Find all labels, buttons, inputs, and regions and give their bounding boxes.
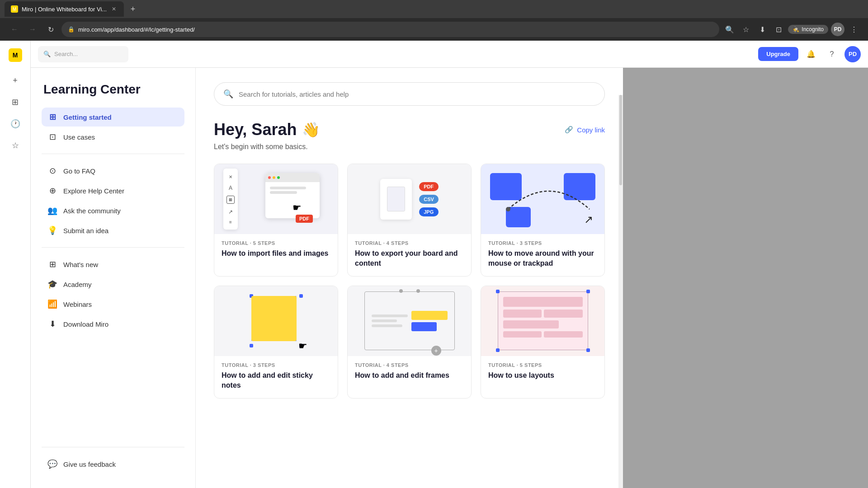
tutorial-card-import[interactable]: ✕ A ⊞ ↗ ≡ (214, 164, 338, 277)
incognito-badge: 🕵️ Incognito (788, 25, 828, 34)
address-bar[interactable]: 🔒 miro.com/app/dashboard/#/lc/getting-st… (61, 22, 719, 37)
card-frames-meta: TUTORIAL · 4 STEPS (355, 362, 464, 368)
card-sticky-body: TUTORIAL · 3 STEPS How to add and edit s… (214, 356, 338, 398)
sidebar-item-whats-new[interactable]: ⊞ What's new (42, 255, 184, 274)
academy-icon: 🎓 (47, 279, 58, 289)
forward-button[interactable]: → (25, 22, 40, 37)
starred-icon[interactable]: ☆ (6, 136, 24, 155)
jpg-badge-export: JPG (419, 207, 439, 216)
miro-logo-box: M (9, 48, 22, 62)
search-input[interactable] (239, 90, 595, 98)
card-frames-title: How to add and edit frames (355, 371, 464, 380)
learning-center-panel: ✕ Learning Center ⊞ Getting started ⊡ Us… (31, 68, 623, 488)
card-import-body: TUTORIAL · 5 STEPS How to import files a… (214, 234, 338, 266)
url-text: miro.com/app/dashboard/#/lc/getting-star… (78, 26, 195, 33)
search-bar[interactable]: 🔍 (214, 82, 605, 106)
help-center-label: Explore Help Center (63, 187, 124, 195)
whats-new-label: What's new (63, 261, 98, 268)
card-sticky-meta: TUTORIAL · 3 STEPS (222, 362, 330, 368)
tutorial-card-export[interactable]: PDF CSV JPG TUTORIAL · 4 STEPS How to ex… (347, 164, 472, 277)
window-titlebar (265, 173, 320, 182)
frame-connectors (399, 289, 420, 293)
download-miro-label: Download Miro (63, 320, 108, 328)
whats-new-icon: ⊞ (47, 259, 58, 269)
academy-label: Academy (63, 281, 92, 288)
tutorial-card-mouse[interactable]: ↗ TUTORIAL · 3 STEPS How to move around … (481, 164, 605, 277)
menu-icon[interactable]: ⋮ (847, 23, 861, 36)
faq-label: Go to FAQ (63, 167, 95, 175)
help-icon[interactable]: ? (824, 46, 840, 62)
sidebar-item-go-to-faq[interactable]: ⊙ Go to FAQ (42, 161, 184, 180)
lens-icon[interactable]: 🔍 (723, 23, 736, 36)
add-board-button[interactable]: + (6, 71, 24, 89)
browser-chrome: M Miro | Online Whiteboard for Vi... ✕ +… (0, 0, 868, 41)
cursor-arrow-icon: ↗ (584, 213, 593, 226)
layout-widget (498, 291, 588, 350)
ask-community-label: Ask the community (63, 207, 121, 215)
sidebar-item-getting-started[interactable]: ⊞ Getting started (42, 108, 184, 127)
card-export-title: How to export your board and content (355, 249, 464, 269)
notifications-icon[interactable]: 🔔 (803, 46, 819, 62)
sidebar-divider-3 (42, 447, 184, 447)
hand-cursor-sticky-icon: ☛ (298, 340, 307, 352)
profile-button[interactable]: PD (831, 23, 844, 36)
svg-point-0 (506, 207, 510, 211)
getting-started-icon: ⊞ (47, 112, 58, 122)
tutorial-card-frames[interactable]: + TUTORIAL · 4 STEPS How to add and edit… (347, 286, 472, 399)
sidebar-item-explore-help[interactable]: ⊕ Explore Help Center (42, 181, 184, 200)
sidebar-divider-2 (42, 247, 184, 248)
sidebar-item-download-miro[interactable]: ⬇ Download Miro (42, 314, 184, 333)
screen-icon[interactable]: ⊡ (772, 23, 785, 36)
pdf-badge-import: PDF (296, 215, 313, 223)
tutorial-card-layout[interactable]: TUTORIAL · 5 STEPS How to use layouts (481, 286, 605, 399)
copy-link-button[interactable]: 🔗 Copy link (565, 126, 605, 134)
nav-bar: ← → ↻ 🔒 miro.com/app/dashboard/#/lc/gett… (0, 18, 868, 41)
sticky-note-card-widget: ☛ (251, 296, 301, 346)
sidebar-item-webinars[interactable]: 📶 Webinars (42, 295, 184, 314)
active-tab[interactable]: M Miro | Online Whiteboard for Vi... ✕ (5, 1, 124, 17)
scroll-track[interactable] (618, 95, 623, 488)
app-search-box[interactable]: 🔍 Search... (38, 46, 128, 62)
home-icon[interactable]: ⊞ (6, 93, 24, 111)
copy-link-label: Copy link (577, 126, 605, 134)
sidebar-item-use-cases[interactable]: ⊡ Use cases (42, 127, 184, 146)
scroll-thumb[interactable] (619, 95, 622, 185)
tab-close-btn[interactable]: ✕ (110, 5, 118, 13)
bookmark-icon[interactable]: ☆ (739, 23, 753, 36)
miro-logo: M (6, 46, 24, 64)
layout-content (503, 297, 583, 338)
tab-favicon: M (11, 5, 18, 13)
idea-icon: 💡 (47, 225, 58, 235)
download-miro-icon: ⬇ (47, 319, 58, 329)
upgrade-button[interactable]: Upgrade (758, 47, 798, 61)
tab-bar: M Miro | Online Whiteboard for Vi... ✕ + (0, 0, 868, 18)
back-button[interactable]: ← (7, 22, 22, 37)
search-placeholder-text: Search... (54, 51, 78, 57)
csv-badge-export: CSV (419, 195, 439, 204)
resize-tl (496, 290, 500, 293)
card-export-body: TUTORIAL · 4 STEPS How to export your bo… (348, 234, 471, 276)
app-top-bar: 🔍 Search... Upgrade 🔔 ? PD (31, 41, 868, 68)
new-tab-button[interactable]: + (127, 3, 139, 15)
sticky-yellow-note (251, 296, 297, 341)
card-mouse-title: How to move around with your mouse or tr… (488, 249, 597, 269)
sidebar-item-submit-idea[interactable]: 💡 Submit an idea (42, 221, 184, 240)
recent-icon[interactable]: 🕐 (6, 115, 24, 133)
refresh-button[interactable]: ↻ (43, 22, 58, 37)
getting-started-label: Getting started (63, 113, 112, 121)
sidebar-item-give-feedback[interactable]: 💬 Give us feedback (42, 455, 184, 474)
secondary-nav-section: ⊙ Go to FAQ ⊕ Explore Help Center 👥 Ask … (42, 161, 184, 240)
card-sticky-title: How to add and edit sticky notes (222, 371, 330, 391)
primary-nav-section: ⊞ Getting started ⊡ Use cases (42, 108, 184, 146)
card-sticky-image: ☛ (214, 286, 338, 356)
sidebar-item-academy[interactable]: 🎓 Academy (42, 275, 184, 294)
greeting-row: Hey, Sarah 👋 🔗 Copy link (214, 120, 605, 139)
sidebar-item-ask-community[interactable]: 👥 Ask the community (42, 201, 184, 220)
add-frame-button: + (431, 346, 441, 356)
submit-idea-label: Submit an idea (63, 227, 108, 235)
user-avatar[interactable]: PD (844, 46, 861, 62)
cards-grid: ✕ A ⊞ ↗ ≡ (214, 164, 605, 399)
community-icon: 👥 (47, 206, 58, 216)
download-icon[interactable]: ⬇ (755, 23, 769, 36)
tutorial-card-sticky[interactable]: ☛ TUTORIAL · 3 STEPS How to add and edit… (214, 286, 338, 399)
